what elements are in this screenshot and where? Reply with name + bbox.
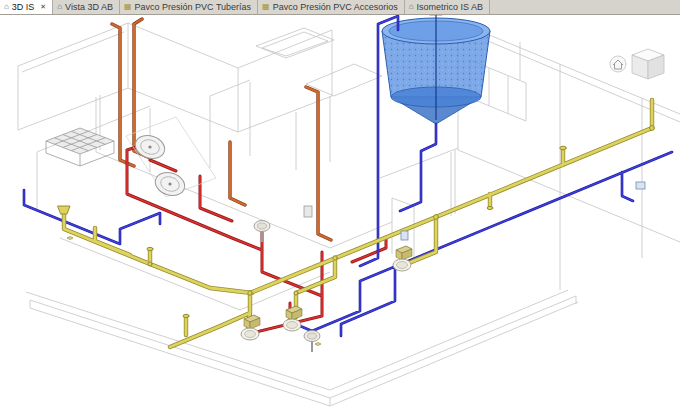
view-tab-bar: ⌂ 3D IS ✕ ⌂ Vista 3D AB ▦ Pavco Presión … <box>0 0 680 15</box>
grease-trap-fixture <box>46 128 114 166</box>
viewcube[interactable] <box>610 49 664 79</box>
tab-isometrico-is-ab[interactable]: ⌂ Isometrico IS AB <box>405 0 490 14</box>
view-3d-icon: ⌂ <box>57 3 62 11</box>
floor-drain <box>67 237 73 240</box>
tab-label: 3D IS <box>12 2 35 12</box>
water-tank <box>382 15 490 124</box>
tab-pavco-presion-pvc-tuberias[interactable]: ▦ Pavco Presión PVC Tuberías <box>120 0 258 14</box>
vent-pipes <box>112 19 331 240</box>
schedule-icon: ▦ <box>124 3 132 11</box>
tab-label: Isometrico IS AB <box>417 2 484 12</box>
view-3d-icon: ⌂ <box>409 3 414 11</box>
tab-label: Pavco Presión PVC Tuberías <box>135 2 252 12</box>
floor-drain <box>315 343 321 346</box>
tab-bar-spacer <box>490 0 680 14</box>
tab-vista-3d-ab[interactable]: ⌂ Vista 3D AB <box>53 0 120 14</box>
model-view-svg <box>0 15 680 418</box>
tab-3d-is[interactable]: ⌂ 3D IS ✕ <box>0 0 53 14</box>
wall-box <box>304 206 312 217</box>
tab-pavco-presion-pvc-accesorios[interactable]: ▦ Pavco Presión PVC Accesorios <box>258 0 405 14</box>
close-icon[interactable]: ✕ <box>40 3 46 11</box>
view-3d-icon: ⌂ <box>4 3 9 11</box>
lavatory-fixture <box>304 331 320 353</box>
toilet-fixture <box>393 246 412 271</box>
valve-box <box>401 231 408 240</box>
viewcube-home-button[interactable] <box>610 56 626 72</box>
round-sink <box>126 117 216 199</box>
tab-label: Vista 3D AB <box>65 2 113 12</box>
building-wireframe <box>18 22 680 406</box>
schedule-icon: ▦ <box>262 3 270 11</box>
viewcube-cube[interactable] <box>632 49 664 79</box>
toilet-fixture <box>283 306 302 331</box>
valve-box <box>636 182 645 189</box>
toilet-fixture <box>241 315 260 340</box>
tab-label: Pavco Presión PVC Accesorios <box>273 2 398 12</box>
lavatory-fixture <box>254 221 270 243</box>
model-viewport-canvas[interactable] <box>0 15 680 418</box>
